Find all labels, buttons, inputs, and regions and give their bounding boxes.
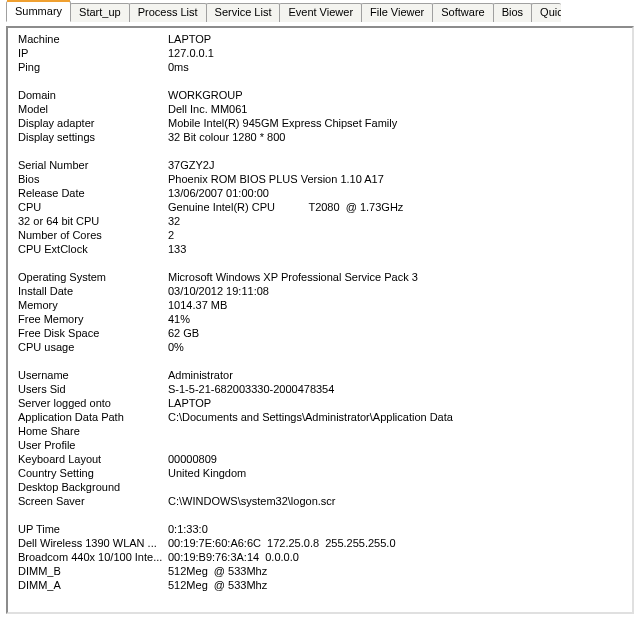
info-value: Administrator [168, 368, 626, 382]
info-value: 133 [168, 242, 626, 256]
info-value: 13/06/2007 01:00:00 [168, 186, 626, 200]
info-label: 32 or 64 bit CPU [18, 214, 168, 228]
info-label: UP Time [18, 522, 168, 536]
info-value: LAPTOP [168, 396, 626, 410]
info-value: 2 [168, 228, 626, 242]
tab-quick[interactable]: Quick [531, 3, 561, 22]
tab-label: Bios [502, 6, 523, 18]
info-label: Display adapter [18, 116, 168, 130]
info-label: Release Date [18, 186, 168, 200]
group-separator [18, 144, 626, 158]
info-value: C:\Documents and Settings\Administrator\… [168, 410, 626, 424]
tab-bios[interactable]: Bios [493, 3, 532, 22]
info-value [168, 424, 626, 438]
info-label: IP [18, 46, 168, 60]
info-label: Model [18, 102, 168, 116]
info-value: C:\WINDOWS\system32\logon.scr [168, 494, 626, 508]
info-value: Dell Inc. MM061 [168, 102, 626, 116]
info-value: 512Meg @ 533Mhz [168, 564, 626, 578]
info-label: Memory [18, 298, 168, 312]
info-label: Install Date [18, 284, 168, 298]
info-label: Ping [18, 60, 168, 74]
info-value: Mobile Intel(R) 945GM Express Chipset Fa… [168, 116, 626, 130]
info-label: Domain [18, 88, 168, 102]
info-value: 512Meg @ 533Mhz [168, 578, 626, 592]
info-value: 1014.37 MB [168, 298, 626, 312]
info-value: 00:19:B9:76:3A:14 0.0.0.0 [168, 550, 626, 564]
info-value: 62 GB [168, 326, 626, 340]
info-label: Country Setting [18, 466, 168, 480]
tab-summary[interactable]: Summary [6, 1, 71, 22]
info-label: Free Disk Space [18, 326, 168, 340]
info-label: Machine [18, 32, 168, 46]
info-label: Username [18, 368, 168, 382]
group-separator [18, 74, 626, 88]
info-value: 00000809 [168, 452, 626, 466]
info-value: 00:19:7E:60:A6:6C 172.25.0.8 255.255.255… [168, 536, 626, 550]
tab-label: Software [441, 6, 484, 18]
info-label: DIMM_B [18, 564, 168, 578]
info-value: Genuine Intel(R) CPU T2080 @ 1.73GHz [168, 200, 626, 214]
tab-label: Summary [15, 5, 62, 17]
info-label: Display settings [18, 130, 168, 144]
info-value: 0ms [168, 60, 626, 74]
tab-label: Service List [215, 6, 272, 18]
info-label: Application Data Path [18, 410, 168, 424]
info-value [168, 480, 626, 494]
info-label: User Profile [18, 438, 168, 452]
app-root: SummaryStart_upProcess ListService ListE… [0, 0, 640, 620]
info-label: Serial Number [18, 158, 168, 172]
summary-panel: MachineLAPTOPIP127.0.0.1Ping0msDomainWOR… [6, 26, 634, 614]
info-label: DIMM_A [18, 578, 168, 592]
info-value: 37GZY2J [168, 158, 626, 172]
info-label: Operating System [18, 270, 168, 284]
info-value: Phoenix ROM BIOS PLUS Version 1.10 A17 [168, 172, 626, 186]
info-value: 0:1:33:0 [168, 522, 626, 536]
info-value: 32 [168, 214, 626, 228]
info-label: CPU ExtClock [18, 242, 168, 256]
tab-label: File Viewer [370, 6, 424, 18]
info-value: Microsoft Windows XP Professional Servic… [168, 270, 626, 284]
group-separator [18, 256, 626, 270]
tab-label: Start_up [79, 6, 121, 18]
info-value: WORKGROUP [168, 88, 626, 102]
info-label: Free Memory [18, 312, 168, 326]
info-label: Server logged onto [18, 396, 168, 410]
info-value [168, 438, 626, 452]
info-label: Bios [18, 172, 168, 186]
info-value: 41% [168, 312, 626, 326]
info-value: 32 Bit colour 1280 * 800 [168, 130, 626, 144]
tab-software[interactable]: Software [432, 3, 493, 22]
info-table: MachineLAPTOPIP127.0.0.1Ping0msDomainWOR… [18, 32, 626, 592]
group-separator [18, 354, 626, 368]
tab-start-up[interactable]: Start_up [70, 3, 130, 22]
info-value: LAPTOP [168, 32, 626, 46]
info-label: CPU usage [18, 340, 168, 354]
info-value: 127.0.0.1 [168, 46, 626, 60]
tab-service-list[interactable]: Service List [206, 3, 281, 22]
info-label: Users Sid [18, 382, 168, 396]
info-value: United Kingdom [168, 466, 626, 480]
tab-strip: SummaryStart_upProcess ListService ListE… [0, 0, 640, 22]
tab-process-list[interactable]: Process List [129, 3, 207, 22]
tab-file-viewer[interactable]: File Viewer [361, 3, 433, 22]
info-label: Keyboard Layout [18, 452, 168, 466]
info-label: Desktop Background [18, 480, 168, 494]
info-label: Home Share [18, 424, 168, 438]
info-label: CPU [18, 200, 168, 214]
panel-wrap: MachineLAPTOPIP127.0.0.1Ping0msDomainWOR… [0, 21, 640, 620]
info-value: 03/10/2012 19:11:08 [168, 284, 626, 298]
group-separator [18, 508, 626, 522]
tab-label: Process List [138, 6, 198, 18]
info-value: 0% [168, 340, 626, 354]
info-label: Screen Saver [18, 494, 168, 508]
info-label: Broadcom 440x 10/100 Inte... [18, 550, 168, 564]
info-label: Dell Wireless 1390 WLAN ... [18, 536, 168, 550]
tab-label: Event Viewer [288, 6, 353, 18]
tab-label: Quick [540, 6, 561, 18]
info-value: S-1-5-21-682003330-2000478354 [168, 382, 626, 396]
tab-event-viewer[interactable]: Event Viewer [279, 3, 362, 22]
info-label: Number of Cores [18, 228, 168, 242]
